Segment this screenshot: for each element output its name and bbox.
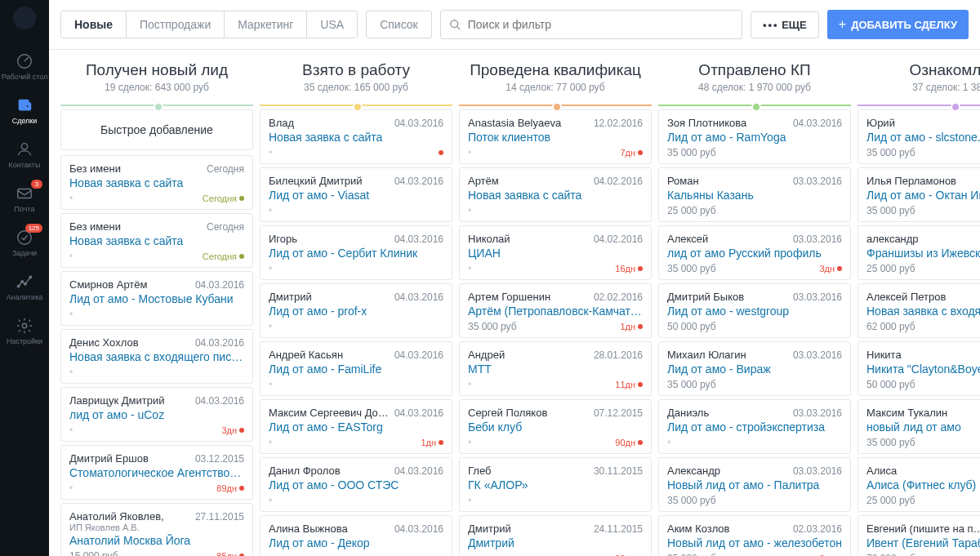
deal-card[interactable]: Лаврищук Дмитрий 04.03.2016 лид от амо -… xyxy=(60,387,253,442)
card-price xyxy=(269,147,272,158)
tab-postsales[interactable]: Постпродажи xyxy=(127,11,225,38)
gear-icon xyxy=(15,316,34,336)
deal-card[interactable]: Максим Тукалин новый лид от амо 35 000 р… xyxy=(858,399,980,454)
deal-card[interactable]: Дмитрий Ершов 03.12.2015 Стоматологическ… xyxy=(60,445,253,500)
deal-card[interactable]: Аким Козлов 02.03.2016 Новый лид от амо … xyxy=(658,515,851,556)
tab-marketing[interactable]: Маркетинг xyxy=(225,11,307,38)
sidebar-item-tasks[interactable]: 125 Задачи xyxy=(0,220,49,265)
card-title: Дмитрий xyxy=(468,536,643,549)
card-title: Лид от амо - RamYoga xyxy=(667,131,842,144)
column-title: Проведена квалификац xyxy=(462,61,648,79)
column-header: Получен новый лид 19 сделок: 643 000 руб xyxy=(60,50,253,100)
card-price xyxy=(69,193,73,204)
card-contact: Артём xyxy=(468,175,590,187)
deal-card[interactable]: Евгений (пишите на почту) Ивент (Евгений… xyxy=(858,515,980,556)
deal-card[interactable]: Андрей 28.01.2016 МТТ 11дн xyxy=(459,341,652,396)
column-body[interactable]: Anastasia Belyaeva 12.02.2016 Поток клие… xyxy=(459,109,652,556)
card-title: Новая заявка с сайта xyxy=(468,189,643,202)
deal-card[interactable]: Anastasia Belyaeva 12.02.2016 Поток клие… xyxy=(459,109,652,164)
tab-usa[interactable]: USA xyxy=(307,11,357,38)
card-title: Лид от амо - FamiLife xyxy=(269,363,443,376)
card-due-badge: 1дн xyxy=(421,438,443,447)
column-header: Взято в работу 35 сделок: 165 000 руб xyxy=(260,50,452,100)
deal-card[interactable]: Билецкий Дмитрий 04.03.2016 Лид от амо -… xyxy=(260,167,452,222)
card-title: ЦИАН xyxy=(468,247,643,260)
column-body[interactable]: Влад 04.03.2016 Новая заявка с сайта Бил… xyxy=(260,109,452,556)
card-due-badge: 7дн xyxy=(620,148,643,158)
deal-card[interactable]: Зоя Плотникова 04.03.2016 Лид от амо - R… xyxy=(658,109,851,164)
card-due-badge: 3дн xyxy=(221,425,244,435)
deal-card[interactable]: Андрей Касьян 04.03.2016 Лид от амо - Fa… xyxy=(260,341,452,396)
card-date: Сегодня xyxy=(207,163,244,175)
card-contact: Билецкий Дмитрий xyxy=(269,175,391,187)
deal-card[interactable]: Никита Никита "Clayton&Boyers" 50 000 ру… xyxy=(858,341,980,396)
svg-point-3 xyxy=(18,231,32,245)
more-button[interactable]: ••• ЕЩЕ xyxy=(751,11,819,38)
card-title: Новая заявка с сайта xyxy=(69,176,244,189)
deal-card[interactable]: Дмитрий 04.03.2016 Лид от амо - prof-x xyxy=(260,283,452,338)
column-body[interactable]: Зоя Плотникова 04.03.2016 Лид от амо - R… xyxy=(658,109,851,556)
deal-card[interactable]: Дмитрий 24.11.2015 Дмитрий 98дн xyxy=(459,515,652,556)
sidebar-item-analytics[interactable]: Аналитика xyxy=(0,265,49,309)
kanban-column: Ознакомлен 37 сделок: 1 385 2 Юрий Лид о… xyxy=(858,50,980,556)
card-title: Беби клуб xyxy=(468,420,643,434)
deal-card[interactable]: Анатолий Яковлев, ИП Яковлев А.В. 27.11.… xyxy=(60,503,253,556)
card-title: Лид от амо - ООО СТЭС xyxy=(269,478,443,492)
card-price xyxy=(468,495,471,506)
card-price: 35 000 руб xyxy=(667,495,716,506)
svg-point-4 xyxy=(17,285,20,287)
deal-card[interactable]: Денис Хохлов 04.03.2016 Новая заявка с в… xyxy=(60,329,253,384)
card-title: Стоматологическое Агентство Наны Г... xyxy=(69,466,244,479)
card-due-badge: 16дн xyxy=(615,264,643,274)
deal-card[interactable]: Дмитрий Быков 03.03.2016 Лид от амо - we… xyxy=(658,283,851,338)
deal-card[interactable]: Роман 03.03.2016 Кальяны Казань 25 000 р… xyxy=(658,167,851,222)
deal-card[interactable]: Алексей Петров Новая заявка с входящег 6… xyxy=(858,283,980,338)
deal-card[interactable]: александр Франшизы из Ижевска 25 000 руб xyxy=(858,225,980,280)
list-view-button[interactable]: Список xyxy=(366,11,432,38)
card-date: 04.03.2016 xyxy=(195,337,244,349)
column-body[interactable]: Быстрое добавление Без имени Сегодня Нов… xyxy=(60,109,253,556)
sidebar-item-settings[interactable]: Настройки xyxy=(0,309,49,353)
card-title: лид от амо - uCoz xyxy=(69,408,244,421)
deal-card[interactable]: Максим Сергеевич Домарев 04.03.2016 Лид … xyxy=(260,399,452,454)
deal-card[interactable]: Без имени Сегодня Новая заявка с сайта С… xyxy=(60,213,253,268)
sidebar-item-dashboard[interactable]: Рабочий стол xyxy=(0,44,49,88)
search-input[interactable] xyxy=(468,18,733,31)
add-deal-button[interactable]: + ДОБАВИТЬ СДЕЛКУ xyxy=(827,10,969,39)
deal-card[interactable]: Юрий Лид от амо - slcstone.ru 35 000 руб xyxy=(858,109,980,164)
card-contact: Максим Тукалин xyxy=(866,407,980,419)
card-date: 04.03.2016 xyxy=(394,234,443,245)
deal-card[interactable]: Влад 04.03.2016 Новая заявка с сайта xyxy=(260,109,452,164)
deal-card[interactable]: Без имени Сегодня Новая заявка с сайта С… xyxy=(60,155,253,210)
deal-card[interactable]: Артем Горшенин 02.02.2016 Артём (Петропа… xyxy=(459,283,652,338)
deal-card[interactable]: Алексей 03.03.2016 лид от амо Русский пр… xyxy=(658,225,851,280)
sidebar-item-deals[interactable]: Сделки xyxy=(0,88,49,132)
deal-card[interactable]: Николай 04.02.2016 ЦИАН 16дн xyxy=(459,225,652,280)
deal-card[interactable]: Смирнов Артём 04.03.2016 Лид от амо - Мо… xyxy=(60,271,253,326)
wallet-icon xyxy=(15,96,34,115)
card-date: 12.02.2016 xyxy=(594,118,643,129)
tab-new[interactable]: Новые xyxy=(61,11,127,38)
sidebar-item-contacts[interactable]: Контакты xyxy=(0,132,49,176)
deal-card[interactable]: Алиса Алиса (Фитнес клуб) 25 000 руб xyxy=(858,457,980,512)
column-body[interactable]: Юрий Лид от амо - slcstone.ru 35 000 руб… xyxy=(858,109,980,556)
card-price xyxy=(468,263,471,274)
quick-add-card[interactable]: Быстрое добавление xyxy=(60,109,253,150)
deal-card[interactable]: Даниэль 03.03.2016 Лид от амо - стройэкс… xyxy=(658,399,851,454)
deal-card[interactable]: Артём 04.02.2016 Новая заявка с сайта xyxy=(459,167,652,222)
deal-card[interactable]: Михаил Юлагин 03.03.2016 Лид от амо - Ви… xyxy=(658,341,851,396)
column-color-bar xyxy=(858,105,980,106)
deal-card[interactable]: Сергей Поляков 07.12.2015 Беби клуб 90дн xyxy=(459,399,652,454)
search-box[interactable] xyxy=(440,10,742,39)
deal-card[interactable]: Илья Перламонов Лид от амо - Октан Инвес… xyxy=(858,167,980,222)
deal-card[interactable]: Глеб 30.11.2015 ГК «АЛОР» xyxy=(459,457,652,512)
deal-card[interactable]: Данил Фролов 04.03.2016 Лид от амо - ООО… xyxy=(260,457,452,512)
deal-card[interactable]: Александр 03.03.2016 Новый лид от амо - … xyxy=(658,457,851,512)
badge-count: 125 xyxy=(25,224,42,233)
deal-card[interactable]: Игорь 04.03.2016 Лид от амо - Сербит Кли… xyxy=(260,225,452,280)
card-price: 35 000 руб xyxy=(866,147,915,158)
sidebar-item-mail[interactable]: 3 Почта xyxy=(0,176,49,220)
column-title: Получен новый лид xyxy=(64,61,250,79)
column-title: Взято в работу xyxy=(263,61,449,79)
deal-card[interactable]: Алина Выжнова 04.03.2016 Лид от амо - Де… xyxy=(260,515,452,556)
